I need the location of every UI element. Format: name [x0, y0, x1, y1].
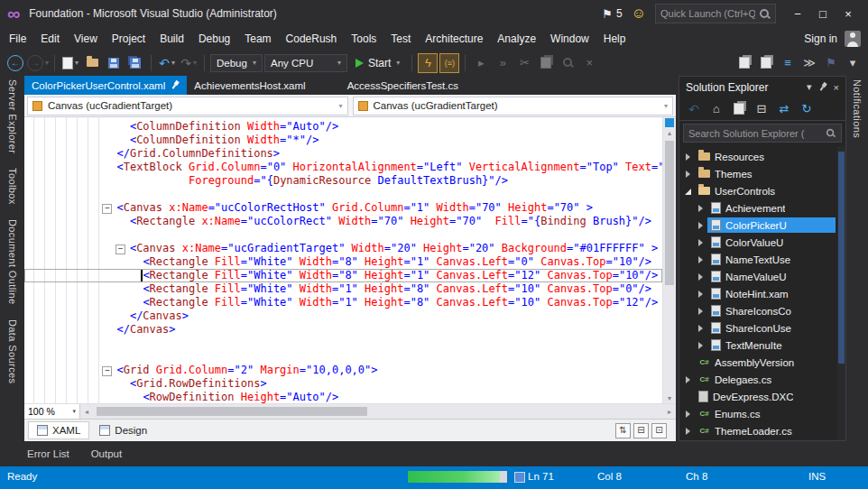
- fold-collapse-icon[interactable]: −: [102, 204, 112, 214]
- code-line[interactable]: <Rectangle Fill="White" Width="1" Height…: [24, 296, 662, 309]
- navigate-forward-icon[interactable]: →▾: [27, 53, 49, 73]
- solution-explorer-scrollbar[interactable]: [837, 146, 845, 440]
- step-over-icon[interactable]: »: [493, 53, 512, 73]
- pin-icon[interactable]: [816, 80, 829, 94]
- editor-tab-achievementshost-xaml[interactable]: AchievementsHost.xaml: [187, 76, 312, 95]
- code-line[interactable]: <Grid.RowDefinitions>: [24, 377, 662, 391]
- scrollbar-thumb[interactable]: [838, 152, 845, 364]
- scroll-up-icon[interactable]: ▴: [663, 129, 676, 137]
- expander-icon[interactable]: [684, 170, 693, 179]
- panel-tab-output[interactable]: Output: [91, 448, 123, 459]
- code-line[interactable]: <RowDefinition Height="Auto"/>: [24, 391, 662, 403]
- menu-coderush[interactable]: CodeRush: [279, 32, 345, 45]
- side-tab-server-explorer[interactable]: Server Explorer: [7, 79, 18, 153]
- copy-icon[interactable]: [536, 53, 556, 73]
- run-to-cursor-icon[interactable]: ▸: [471, 53, 491, 73]
- show-all-files-icon[interactable]: [756, 53, 776, 73]
- panel-tab-error-list[interactable]: Error List: [27, 448, 69, 459]
- indent-icon[interactable]: ≫: [799, 53, 819, 73]
- refresh-icon[interactable]: ↻: [799, 101, 814, 117]
- menu-window[interactable]: Window: [543, 32, 596, 45]
- menu-view[interactable]: View: [67, 32, 105, 45]
- sign-in-link[interactable]: Sign in: [804, 32, 837, 45]
- editor-horizontal-scrollbar[interactable]: 100 % ▾ ◂ ▸: [24, 403, 676, 419]
- code-line[interactable]: <Canvas x:Name="ucColorRectHost" Grid.Co…: [24, 201, 662, 215]
- close-button[interactable]: ×: [836, 4, 861, 23]
- editor-tab-colorpickerusercontrol-xaml[interactable]: ColorPickerUserControl.xaml: [24, 76, 187, 95]
- new-file-icon[interactable]: ▾: [60, 53, 80, 73]
- element-dropdown-1[interactable]: Canvas (ucGradientTarget)▾: [27, 97, 348, 115]
- line-list-icon[interactable]: ≡: [778, 53, 798, 73]
- expander-icon[interactable]: [697, 341, 706, 350]
- zoom-dropdown[interactable]: 100 % ▾: [24, 404, 80, 419]
- title-bar[interactable]: ∞ Foundation - Microsoft Visual Studio (…: [0, 0, 868, 27]
- maximize-button[interactable]: □: [810, 4, 836, 23]
- expand-pane-button[interactable]: ⊡: [651, 423, 667, 438]
- code-line[interactable]: [24, 228, 662, 242]
- tree-item-usercontrols[interactable]: UserControls: [679, 182, 845, 199]
- tree-item-delegaes-cs[interactable]: C#Delegaes.cs: [679, 371, 845, 388]
- expander-icon[interactable]: [684, 375, 693, 384]
- expander-icon[interactable]: [697, 324, 706, 333]
- code-line[interactable]: </Canvas>: [24, 323, 662, 337]
- menu-architecture[interactable]: Architecture: [418, 32, 490, 45]
- coderush-toggle-icon[interactable]: ϟ: [418, 53, 438, 73]
- save-all-icon[interactable]: [125, 53, 145, 73]
- tree-item-shareiconuse[interactable]: ShareIconUse: [679, 319, 845, 337]
- code-line[interactable]: <TextBlock Grid.Column="0" HorizontalAli…: [24, 161, 662, 174]
- solution-explorer-title-bar[interactable]: Solution Explorer ▾×: [679, 77, 845, 97]
- redo-icon[interactable]: ↷▾: [179, 53, 199, 73]
- view-tab-xaml[interactable]: XAML: [28, 421, 89, 439]
- navigate-back-icon[interactable]: ↶: [687, 101, 701, 117]
- expander-icon[interactable]: [697, 272, 706, 281]
- fold-collapse-icon[interactable]: −: [102, 366, 112, 376]
- scroll-left-icon[interactable]: ◂: [80, 408, 93, 416]
- code-line[interactable]: <Rectangle x:Name="ucColorRect" Width="7…: [24, 215, 662, 228]
- scroll-down-icon[interactable]: ▾: [663, 394, 676, 402]
- fold-collapse-icon[interactable]: −: [115, 244, 125, 254]
- code-line[interactable]: [24, 188, 662, 201]
- open-file-icon[interactable]: [82, 53, 102, 73]
- expander-icon[interactable]: [697, 221, 706, 230]
- home-icon[interactable]: ⌂: [709, 101, 724, 117]
- menu-team[interactable]: Team: [237, 32, 278, 45]
- tree-item-enums-cs[interactable]: C#Enums.cs: [679, 405, 845, 422]
- minimize-button[interactable]: −: [785, 4, 810, 23]
- menu-tools[interactable]: Tools: [344, 32, 383, 45]
- navigate-backward-icon[interactable]: ←: [5, 53, 25, 73]
- navigate-window-icon[interactable]: [734, 53, 754, 73]
- tree-item-nametextuse[interactable]: NameTextUse: [679, 251, 845, 268]
- code-line[interactable]: Foreground="{DynamicResource DefaultText…: [24, 174, 662, 188]
- side-tab-notifications[interactable]: Notifications: [852, 79, 863, 138]
- menu-build[interactable]: Build: [152, 32, 191, 45]
- code-area[interactable]: <ColumnDefinition Width="Auto"/><ColumnD…: [24, 117, 662, 403]
- expander-icon[interactable]: [697, 204, 706, 213]
- debug-configuration-dropdown[interactable]: Debug▾: [210, 54, 263, 72]
- structure-regions-icon[interactable]: (≡): [439, 53, 459, 73]
- expander-icon[interactable]: [684, 410, 693, 419]
- show-all-files-icon[interactable]: [732, 101, 746, 117]
- swap-panes-button[interactable]: ⇅: [615, 423, 631, 438]
- tree-item-notehint-xam[interactable]: NoteHint.xam: [679, 285, 845, 302]
- solution-explorer-search-input[interactable]: Search Solution Explorer (: [683, 124, 842, 143]
- code-line[interactable]: [24, 337, 662, 350]
- cut-icon[interactable]: ✂: [514, 53, 534, 73]
- start-button[interactable]: Start▾: [349, 53, 406, 73]
- expander-icon[interactable]: [697, 255, 706, 264]
- sync-with-active-document-icon[interactable]: ⇄: [777, 101, 791, 117]
- find-symbol-icon[interactable]: [558, 53, 577, 73]
- element-dropdown-2[interactable]: Canvas (ucGradientTarget)▾: [353, 97, 674, 115]
- undo-icon[interactable]: ↶▾: [157, 53, 177, 73]
- tree-item-shareiconsco[interactable]: ShareIconsCo: [679, 302, 845, 319]
- toolbar-options-icon[interactable]: ▾: [843, 53, 863, 73]
- tree-item-resources[interactable]: Resources: [679, 148, 845, 165]
- split-horizontal-button[interactable]: ⊟: [633, 423, 649, 438]
- scroll-right-icon[interactable]: ▸: [663, 408, 676, 416]
- close-icon[interactable]: ×: [834, 82, 839, 93]
- editor-tab-accessspecifierstest-cs[interactable]: AccessSpecifiersTest.cs: [340, 76, 466, 95]
- platform-dropdown[interactable]: Any CPU▾: [264, 54, 347, 72]
- tree-item-namevalueu[interactable]: NameValueU: [679, 268, 845, 285]
- menu-edit[interactable]: Edit: [33, 32, 67, 45]
- menu-debug[interactable]: Debug: [191, 32, 237, 45]
- code-line[interactable]: <ColumnDefinition Width="*"/>: [24, 134, 662, 147]
